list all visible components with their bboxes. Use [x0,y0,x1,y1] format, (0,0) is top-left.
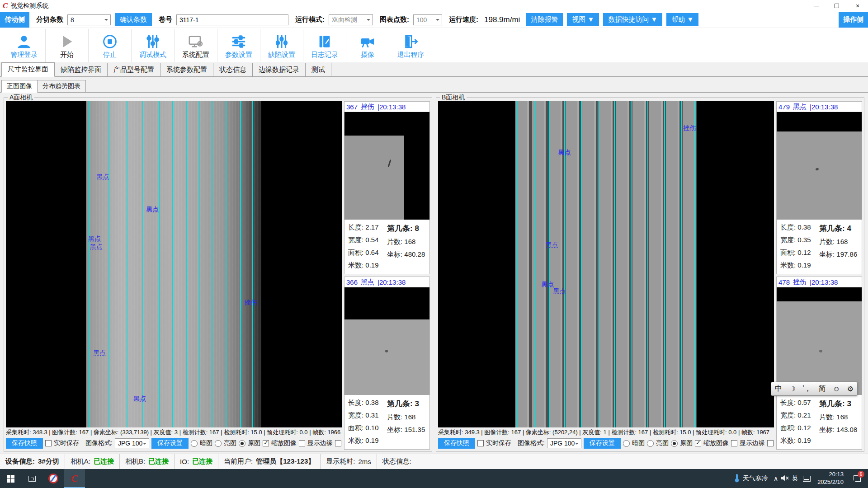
action-center-button[interactable]: 6 [848,469,866,488]
defect-type: 黑点 [361,278,374,286]
admin-login-button[interactable]: 管理登录 [3,29,46,62]
confirm-count-button[interactable]: 确认条数 [115,13,152,26]
camera-a-image[interactable]: 黑点黑点黑点黑点挫伤黑点黑点 [6,101,342,427]
task-view-button[interactable] [21,469,42,488]
realtime-save-checkbox[interactable] [45,440,52,446]
taskbar-app-1[interactable] [42,469,64,488]
ime-language-indicator[interactable]: 英 [789,474,801,483]
defect-thumbnail[interactable] [777,112,862,220]
exit-program-button[interactable]: 退出程序 [389,29,432,62]
meters-label: 米数: [348,436,363,444]
roll-number-input[interactable] [176,14,288,25]
maximize-button[interactable] [826,0,847,12]
zoom-image-checkbox[interactable] [263,440,269,446]
tab-size-monitor[interactable]: 尺寸监控界面 [1,62,55,77]
subtab-front-image[interactable]: 正面图像 [1,80,38,93]
chart-points-select[interactable]: 100 [413,14,442,25]
start-button[interactable]: 开始 [46,29,89,62]
tray-expand-arrow[interactable]: ∧ [771,475,781,482]
ime-chinese-mode[interactable]: 中 [775,384,782,394]
video-camera-icon [359,34,376,49]
save-settings-button[interactable]: 保存设置 [151,438,189,449]
drive-side-button[interactable]: 传动侧 [0,12,29,28]
run-mode-select[interactable]: 双面检测 [329,14,373,25]
tab-system-param-config[interactable]: 系统参数配置 [160,63,213,76]
original-image-radio[interactable] [671,440,678,447]
strip-edge-line [212,101,212,427]
area-label: 面积: [780,424,796,432]
strip-label: 第几条: [819,224,845,233]
device-status-bar: 设备信息: 3#分切 相机A: 已连接 相机B: 已连接 IO: 已连接 当前用… [0,454,868,469]
save-snapshot-button[interactable]: 保存快照 [6,438,43,449]
run-mode-label: 运行模式: [295,15,325,24]
defect-thumbnail[interactable] [344,112,429,220]
save-snapshot-button[interactable]: 保存快照 [438,438,475,449]
zoom-image-checkbox[interactable] [695,440,701,446]
tab-test[interactable]: 测试 [305,63,331,76]
window-controls: × [806,0,868,12]
weather-widget[interactable]: 天气寒冷 [740,474,771,483]
save-settings-button[interactable]: 保存设置 [584,438,621,449]
tab-status-info[interactable]: 状态信息 [213,63,253,76]
debug-mode-button[interactable]: 调试模式 [132,29,175,62]
dark-image-radio[interactable] [191,440,198,447]
taskbar-clock[interactable]: 20:13 2025/2/10 [813,471,848,486]
dark-image-radio[interactable] [623,440,630,447]
ime-emoji-icon[interactable]: ☺ [833,385,840,393]
show-edges-checkbox[interactable] [731,440,737,446]
camera-b-controls: 保存快照 实时保存 图像格式: JPG 100 保存设置 暗图 亮图 原图 缩放… [438,437,774,450]
image-format-select[interactable]: JPG 100 [115,438,149,448]
user-icon [16,34,32,49]
help-menu-button[interactable]: 帮助 ▼ [666,13,698,26]
tab-edge-data-record[interactable]: 边缘数据记录 [252,63,306,76]
camera-b-image[interactable]: 挫伤黑点黑点黑点黑点 [438,101,774,427]
view-menu-button[interactable]: 视图 ▼ [567,13,599,26]
system-config-button[interactable]: 系统配置 [175,29,217,62]
stop-button[interactable]: 停止 [89,29,132,62]
data-quick-access-menu-button[interactable]: 数据快捷访问 ▼ [603,13,662,26]
log-record-button[interactable]: 日志记录 [303,29,346,62]
material-strips-b [515,101,697,427]
show-strips-checkbox[interactable] [767,440,774,446]
show-edges-checkbox[interactable] [299,440,305,446]
defect-thumbnail[interactable] [777,287,862,395]
coord-value: 480.28 [404,250,425,258]
start-button[interactable] [0,469,21,488]
defect-thumbnail[interactable] [344,287,429,395]
pieces-label: 片数: [387,413,402,421]
param-settings-button[interactable]: 参数设置 [217,29,260,62]
clear-alarm-button[interactable]: 清除报警 [526,13,563,26]
dark-image-label: 暗图 [200,439,212,447]
display-time-label: 显示耗时: [326,457,355,466]
ime-settings-gear-icon[interactable]: ⚙ [847,385,854,393]
run-speed-label: 运行速度: [449,15,478,24]
minimize-button[interactable] [806,0,826,12]
original-image-radio[interactable] [239,440,245,447]
strip-label: 第几条: [387,399,413,408]
meters-label: 米数: [780,261,796,269]
bright-image-radio[interactable] [215,440,222,447]
slit-count-select[interactable]: 8 [67,14,111,25]
show-strips-checkbox[interactable] [335,440,341,446]
image-format-select[interactable]: JPG 100 [547,438,581,448]
volume-muted-icon[interactable] [781,474,789,483]
realtime-save-checkbox[interactable] [477,440,484,446]
capture-button[interactable]: 摄像 [346,29,389,62]
ime-simplified-toggle[interactable]: 简 [818,384,826,394]
subtab-distribution-chart[interactable]: 分布趋势图表 [37,80,86,92]
defect-card-header: 367 挫伤 |20:13:38 [344,102,429,112]
tab-product-model-config[interactable]: 产品型号配置 [107,63,160,76]
status-info-segment: 状态信息: [377,454,417,469]
bright-image-radio[interactable] [647,440,654,447]
system-config-icon [188,34,204,49]
close-button[interactable]: × [847,0,868,12]
operate-side-button[interactable]: 操作侧 [839,12,868,28]
ime-punctuation-toggle[interactable]: ’， [802,384,811,394]
tab-defect-monitor[interactable]: 缺陷监控界面 [54,63,108,76]
touch-keyboard-icon[interactable] [803,476,811,482]
taskbar-app-active[interactable]: C [64,469,85,488]
ime-toolbar[interactable]: 中 ☽ ’， 简 ☺ ⚙ [771,382,858,396]
defect-settings-button[interactable]: 缺陷设置 [260,29,303,62]
camera-b-conn-status: 已连接 [148,457,169,466]
ime-halfwidth-icon[interactable]: ☽ [789,385,795,393]
